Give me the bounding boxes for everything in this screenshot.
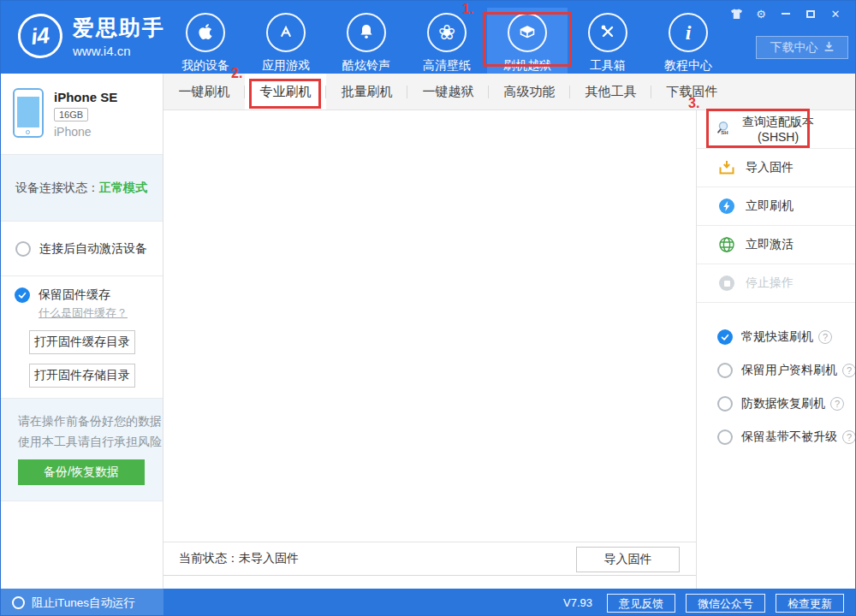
nav-label: 刷机越狱 xyxy=(503,58,551,74)
device-name: iPhone SE xyxy=(54,90,117,104)
nav-item-my-device[interactable]: 我的设备 xyxy=(165,8,246,80)
open-storage-dir-button[interactable]: 打开固件存储目录 xyxy=(29,364,135,388)
nav-item-wallpapers[interactable]: ❀ 高清壁纸 xyxy=(407,8,487,80)
stop-label: 停止操作 xyxy=(746,275,794,291)
tab-batch-flash[interactable]: 批量刷机 xyxy=(326,74,407,110)
app-window: i4 爱思助手 www.i4.cn 我的设备 应用游戏 xyxy=(0,0,856,616)
status-bar: 阻止iTunes自动运行 V7.93 意见反馈 微信公众号 检查更新 xyxy=(1,589,855,616)
tab-one-key-jailbreak[interactable]: 一键越狱 xyxy=(407,74,489,110)
bell-icon xyxy=(356,21,377,44)
block-itunes-radio[interactable] xyxy=(12,596,25,609)
magnifier-shsh-icon: SH xyxy=(714,120,733,139)
nav-item-toolbox[interactable]: 工具箱 xyxy=(568,8,648,80)
help-icon[interactable]: ? xyxy=(842,430,856,444)
import-firmware-icon xyxy=(717,158,736,177)
maximize-icon[interactable] xyxy=(803,7,818,21)
svg-text:SH: SH xyxy=(721,130,728,135)
auto-activate-radio[interactable] xyxy=(15,241,31,257)
firmware-cache-section: 保留固件缓存 什么是固件缓存？ 打开固件缓存目录 打开固件存储目录 xyxy=(1,276,163,399)
main-nav: 我的设备 应用游戏 酷炫铃声 ❀ 高清壁纸 xyxy=(165,8,728,80)
version-text: V7.93 xyxy=(563,596,592,609)
brand: i4 爱思助手 www.i4.cn xyxy=(18,14,165,58)
header: i4 爱思助手 www.i4.cn 我的设备 应用游戏 xyxy=(1,1,855,74)
option-keep-baseband[interactable]: 保留基带不被升级 ? xyxy=(697,420,856,453)
help-icon[interactable]: ? xyxy=(842,364,856,377)
close-icon[interactable]: ✕ xyxy=(828,7,843,21)
i4-logo-icon: i4 xyxy=(15,11,64,60)
current-status-text: 当前状态：未导入固件 xyxy=(179,551,299,566)
apple-icon xyxy=(195,21,216,44)
check-update-button[interactable]: 检查更新 xyxy=(776,594,844,613)
block-itunes-label: 阻止iTunes自动运行 xyxy=(32,595,135,611)
tab-download-firmware[interactable]: 下载固件 xyxy=(651,74,733,110)
window-controls: ⚙ ✕ xyxy=(728,7,843,21)
app-url: www.i4.cn xyxy=(73,44,165,58)
option-keep-user-data-flash[interactable]: 保留用户资料刷机 ? xyxy=(697,353,856,387)
open-cache-dir-button[interactable]: 打开固件缓存目录 xyxy=(29,330,135,354)
actions-panel: SH 查询适配版本 (SHSH) 导入固件 立即刷机 立即激活 xyxy=(696,110,856,589)
option-anti-data-recovery-flash[interactable]: 防数据恢复刷机 ? xyxy=(697,387,856,420)
auto-activate-option[interactable]: 连接后自动激活设备 xyxy=(1,222,163,276)
nav-item-tutorials[interactable]: i 教程中心 xyxy=(648,8,728,80)
nav-label: 教程中心 xyxy=(664,58,712,74)
backup-restore-button[interactable]: 备份/恢复数据 xyxy=(18,459,145,485)
keep-cache-checkbox[interactable] xyxy=(15,287,30,303)
lightning-icon xyxy=(717,197,736,216)
download-icon xyxy=(823,41,835,55)
option-label: 保留用户资料刷机 xyxy=(741,363,837,378)
download-center-label: 下载中心 xyxy=(770,40,818,56)
keep-cache-label: 保留固件缓存 xyxy=(39,287,110,303)
tab-one-key-flash[interactable]: 一键刷机 xyxy=(163,74,245,110)
flash-box-icon xyxy=(517,21,538,44)
appstore-icon xyxy=(276,21,296,44)
minimize-icon[interactable] xyxy=(778,7,794,21)
nav-item-ringtones[interactable]: 酷炫铃声 xyxy=(326,8,407,80)
settings-gear-icon[interactable]: ⚙ xyxy=(753,7,769,21)
nav-item-flash-jailbreak[interactable]: 刷机越狱 xyxy=(487,8,568,80)
query-shsh-button[interactable]: SH 查询适配版本 (SHSH) xyxy=(697,110,856,149)
radio-icon[interactable] xyxy=(717,363,733,378)
auto-activate-label: 连接后自动激活设备 xyxy=(39,241,147,257)
help-icon[interactable]: ? xyxy=(830,397,844,411)
help-icon[interactable]: ? xyxy=(818,330,832,344)
main-content-empty xyxy=(163,110,696,542)
what-is-cache-link[interactable]: 什么是固件缓存？ xyxy=(39,305,128,321)
main-area: 当前状态：未导入固件 导入固件 xyxy=(163,110,696,589)
globe-icon xyxy=(717,235,736,254)
option-normal-fast-flash[interactable]: 常规快速刷机 ? xyxy=(697,320,856,353)
option-label: 常规快速刷机 xyxy=(741,329,813,345)
nav-item-apps-games[interactable]: 应用游戏 xyxy=(246,8,326,80)
tools-icon xyxy=(597,21,618,44)
import-firmware-action[interactable]: 导入固件 xyxy=(697,149,856,187)
flash-tabbar: 一键刷机 专业刷机 批量刷机 一键越狱 高级功能 其他工具 下载固件 xyxy=(163,74,856,110)
import-firmware-label: 导入固件 xyxy=(746,160,794,175)
activate-now-action[interactable]: 立即激活 xyxy=(697,226,856,264)
nav-label: 工具箱 xyxy=(590,58,626,74)
tab-advanced[interactable]: 高级功能 xyxy=(489,74,570,110)
nav-label: 应用游戏 xyxy=(262,58,310,74)
main-footer: 当前状态：未导入固件 导入固件 xyxy=(163,542,696,576)
activate-now-label: 立即激活 xyxy=(746,237,794,252)
tab-pro-flash[interactable]: 专业刷机 xyxy=(245,74,326,110)
device-info: iPhone SE 16GB iPhone xyxy=(1,74,163,155)
warning-line-1: 请在操作前备份好您的数据 xyxy=(18,411,163,431)
flash-now-action[interactable]: 立即刷机 xyxy=(697,187,856,226)
stop-action: 停止操作 xyxy=(697,264,856,303)
radio-icon[interactable] xyxy=(717,429,733,445)
nav-label: 高清壁纸 xyxy=(423,58,471,74)
import-firmware-button[interactable]: 导入固件 xyxy=(576,547,680,572)
flower-icon: ❀ xyxy=(438,22,455,43)
feedback-button[interactable]: 意见反馈 xyxy=(607,594,675,613)
option-label: 保留基带不被升级 xyxy=(741,429,837,445)
radio-checked-icon[interactable] xyxy=(717,329,733,345)
tab-other-tools[interactable]: 其他工具 xyxy=(570,74,651,110)
radio-icon[interactable] xyxy=(717,396,733,412)
block-itunes-toggle[interactable]: 阻止iTunes自动运行 xyxy=(1,589,163,616)
shsh-label-line1: 查询适配版本 xyxy=(742,115,814,128)
connection-status-label: 设备连接状态： xyxy=(15,181,99,196)
info-icon: i xyxy=(686,22,692,43)
download-center-button[interactable]: 下载中心 xyxy=(756,36,848,59)
iphone-icon xyxy=(13,88,44,138)
skin-icon[interactable] xyxy=(728,7,744,21)
wechat-button[interactable]: 微信公众号 xyxy=(686,594,765,613)
